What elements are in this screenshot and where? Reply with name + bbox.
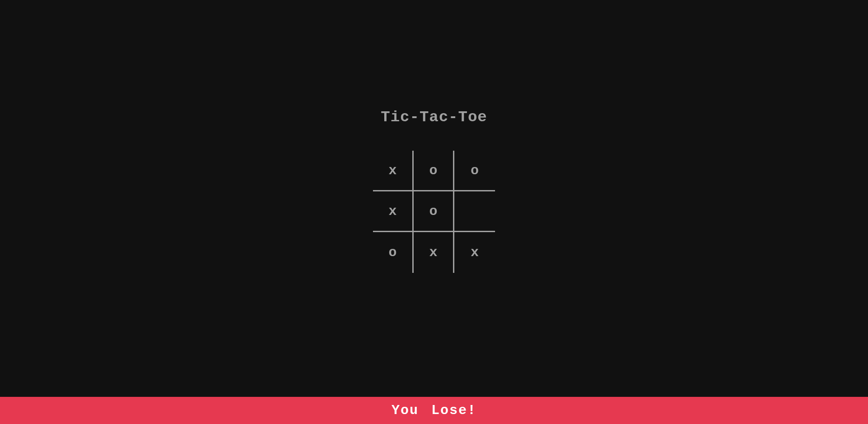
game-board: x o o x o o x x xyxy=(373,151,495,273)
game-container: Tic-Tac-Toe x o o x o o x x xyxy=(373,109,495,273)
status-message: You Lose! xyxy=(392,403,476,418)
cell-1-0[interactable]: x xyxy=(373,191,414,232)
status-bar: You Lose! xyxy=(0,397,868,424)
cell-0-0[interactable]: x xyxy=(373,151,414,191)
cell-1-1[interactable]: o xyxy=(414,191,454,232)
cell-1-2[interactable] xyxy=(454,191,495,232)
cell-2-0[interactable]: o xyxy=(373,232,414,273)
cell-0-1[interactable]: o xyxy=(414,151,454,191)
cell-2-1[interactable]: x xyxy=(414,232,454,273)
cell-2-2[interactable]: x xyxy=(454,232,495,273)
cell-0-2[interactable]: o xyxy=(454,151,495,191)
game-title: Tic-Tac-Toe xyxy=(381,109,487,126)
